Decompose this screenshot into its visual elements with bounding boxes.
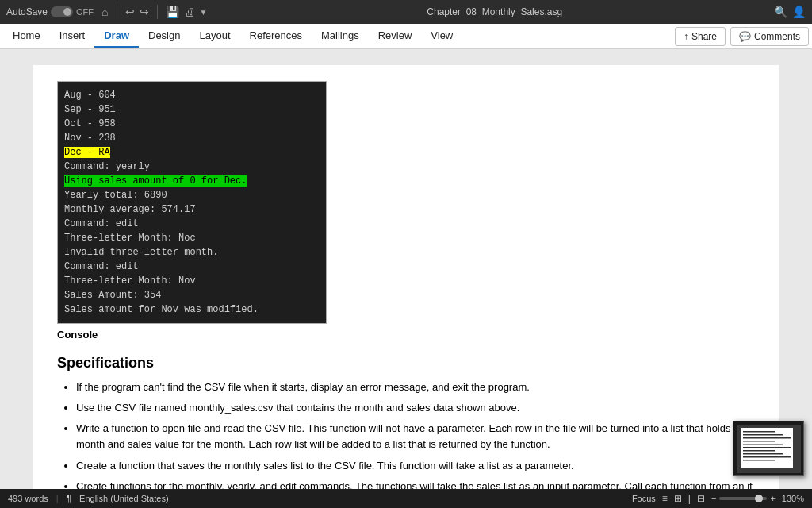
redo-icon[interactable]: ↪ <box>140 6 149 18</box>
save-icon[interactable]: 💾 <box>166 6 179 18</box>
undo-icon[interactable]: ↩ <box>125 6 135 18</box>
ribbon: Home Insert Draw Design Layout Reference… <box>0 24 812 49</box>
print-icon[interactable]: 🖨 <box>184 6 195 18</box>
language: English (United States) <box>79 494 169 503</box>
paragraph-icon: ¶ <box>67 493 71 504</box>
zoom-slider[interactable] <box>719 497 767 500</box>
tab-draw[interactable]: Draw <box>94 25 139 48</box>
zoom-level: 130% <box>782 494 804 503</box>
focus-label[interactable]: Focus <box>632 494 656 503</box>
toolbar-icons: ⌂ ↩ ↪ 💾 🖨 ▼ <box>102 5 207 19</box>
zoom-in-icon[interactable]: + <box>770 494 775 503</box>
word-count: 493 words <box>8 494 48 503</box>
list-item: Create functions for the monthly, yearly… <box>76 479 755 489</box>
thumbnail-overlay <box>733 421 804 476</box>
list-item: Create a function that saves the monthly… <box>76 458 755 474</box>
autosave-state: OFF <box>76 7 94 17</box>
share-button[interactable]: ↑ Share <box>675 27 726 46</box>
tab-home[interactable]: Home <box>3 25 50 48</box>
separator-icon: | <box>688 493 691 504</box>
zoom-thumb <box>755 495 763 502</box>
share-icon: ↑ <box>684 31 688 42</box>
home-icon[interactable]: ⌂ <box>102 6 108 18</box>
layout-icon[interactable]: ⊟ <box>697 493 705 504</box>
tab-design[interactable]: Design <box>139 25 190 48</box>
list-item: Write a function to open file and read t… <box>76 421 755 452</box>
status-bar: 493 words | ¶ English (United States) Fo… <box>0 489 812 508</box>
list-item: Use the CSV file named monthly_sales.csv… <box>76 400 755 416</box>
zoom-out-icon[interactable]: − <box>711 494 716 503</box>
tab-view[interactable]: View <box>421 25 462 48</box>
comments-label: Comments <box>754 31 800 42</box>
title-right-icons: 🔍 👤 <box>774 6 806 18</box>
tab-references[interactable]: References <box>240 25 312 48</box>
autosave-section: AutoSave OFF <box>6 6 94 17</box>
title-bar: AutoSave OFF ⌂ ↩ ↪ 💾 🖨 ▼ Chapter_08_Mont… <box>0 0 812 24</box>
tab-mailings[interactable]: Mailings <box>312 25 369 48</box>
zoom-control: − + <box>711 494 776 503</box>
quick-access-icon[interactable]: ▼ <box>200 8 208 17</box>
tab-layout[interactable]: Layout <box>190 25 239 48</box>
list-view-icon[interactable]: ≡ <box>662 493 668 504</box>
share-label: Share <box>691 31 717 42</box>
spec-list: If the program can't find the CSV file w… <box>76 379 755 489</box>
thumbnail-canvas <box>733 421 804 476</box>
autosave-toggle[interactable] <box>51 6 73 17</box>
page-view-icon[interactable]: ⊞ <box>674 493 682 504</box>
status-bar-right: Focus ≡ ⊞ | ⊟ − + 130% <box>632 493 804 504</box>
console-output: Aug - 604Sep - 951Oct - 958Nov - 238Dec … <box>57 81 327 324</box>
tab-insert[interactable]: Insert <box>50 25 95 48</box>
comments-icon: 💬 <box>739 31 751 42</box>
account-icon[interactable]: 👤 <box>792 6 806 18</box>
search-icon[interactable]: 🔍 <box>774 6 787 18</box>
document: Aug - 604Sep - 951Oct - 958Nov - 238Dec … <box>33 65 779 489</box>
list-item: If the program can't find the CSV file w… <box>76 379 755 395</box>
main-area: Aug - 604Sep - 951Oct - 958Nov - 238Dec … <box>0 49 812 489</box>
spec-heading: Specifications <box>57 355 755 371</box>
ribbon-right: ↑ Share 💬 Comments <box>675 27 809 46</box>
document-title: Chapter_08_Monthly_Sales.asg <box>215 6 774 17</box>
comments-button[interactable]: 💬 Comments <box>730 27 809 46</box>
console-label: Console <box>57 329 755 341</box>
autosave-label: AutoSave <box>6 6 48 17</box>
tab-review[interactable]: Review <box>369 25 422 48</box>
